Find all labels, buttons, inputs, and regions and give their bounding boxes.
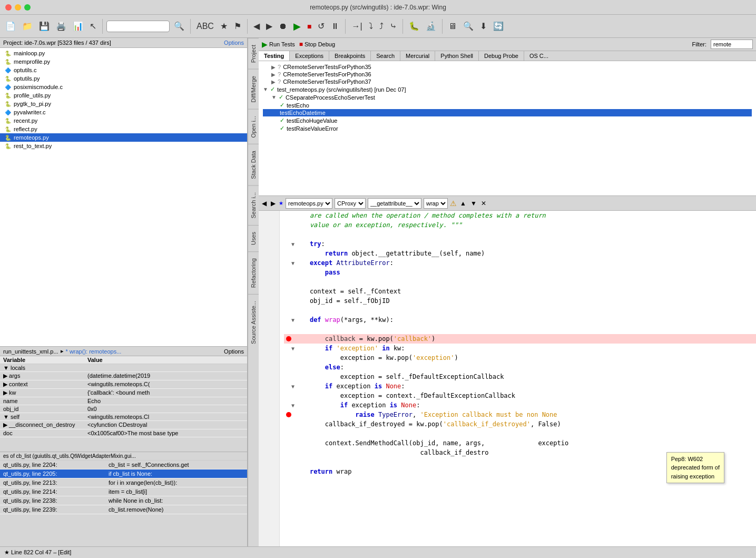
bottom-tab1[interactable]: run_unittests_xml.p... [3,348,58,355]
tab-testing[interactable]: Testing [259,51,290,61]
file-item[interactable]: 🐍remoteops.py [0,133,247,142]
pause-button[interactable]: ⏸ [329,21,341,32]
new-button[interactable]: 📄 [3,20,18,32]
test-item[interactable]: ▼✓test_remoteops.py (src/wingutils/test)… [263,85,752,93]
spell-button[interactable]: ABC [194,21,216,32]
uses-row[interactable]: qt_utils.py, line 2239:cb_list.remove(No… [0,505,247,514]
tab-breakpoints[interactable]: Breakpoints [329,51,371,61]
file-item[interactable]: 🐍recent.py [0,116,247,125]
record-button[interactable]: ⏺ [277,21,289,32]
fold-arrow-icon[interactable]: ▼ [291,240,294,248]
file-select[interactable]: remoteops.py [286,198,332,209]
open-button[interactable]: 📁 [20,20,35,32]
file-item[interactable]: 🔷posixmiscmodule.c [0,83,247,91]
fold-arrow-icon[interactable]: ▼ [291,345,294,353]
debug2-button[interactable]: 🔬 [424,20,438,32]
tab-exceptions[interactable]: Exceptions [290,51,329,61]
test-item[interactable]: ▼✓CSeparateProcessEchoServerTest [263,93,752,101]
file-item[interactable]: 🔷pyvalwriter.c [0,108,247,116]
var-row[interactable]: ▶ kw{'callback': <bound meth [0,389,247,397]
monitor-button[interactable]: 🖥 [446,21,459,32]
var-row[interactable]: ▼ locals [0,364,247,372]
scope-select[interactable]: wrap [424,198,448,209]
code-editor[interactable]: are called when the operation / method c… [259,211,756,546]
debug-button[interactable]: 🐛 [407,20,421,32]
file-item[interactable]: 🐍profile_utils.py [0,91,247,100]
var-row[interactable]: ▶ args(datetime.datetime(2019 [0,372,247,380]
uses-row[interactable]: qt_utils.py, line 2214:item = cb_list[i] [0,487,247,496]
uses-row[interactable]: qt_utils.py, line 2213:for i in xrange(l… [0,478,247,487]
close-button[interactable] [5,4,12,11]
test-item[interactable]: ✓testEchoHugeValue [263,116,752,124]
file-item[interactable]: 🐍mainloop.py [0,49,247,57]
fold-arrow-icon[interactable]: ▼ [291,402,294,409]
vert-tab-project[interactable]: Project [248,38,259,69]
vert-tab-uses[interactable]: Uses [248,225,259,251]
vert-tab-refactoring[interactable]: Refactoring [248,251,259,294]
close-editor-button[interactable]: ✕ [480,200,487,207]
fold-arrow-icon[interactable]: ▼ [291,259,294,267]
save-button[interactable]: 💾 [37,20,52,32]
chart-button[interactable]: 📊 [71,20,85,32]
restart-button[interactable]: ↺ [316,20,327,32]
test-item[interactable]: ✓testEcho [263,101,752,109]
stop-debug-button[interactable]: ■ Stop Debug [299,41,335,48]
forward-button[interactable]: ▶ [264,20,274,32]
tab-debug-probe[interactable]: Debug Probe [479,51,524,61]
test-item[interactable]: testEchoDatetime [263,109,752,116]
bookmark-button[interactable]: ★ [218,20,230,32]
file-item[interactable]: 🐍optutils.py [0,74,247,83]
var-row[interactable]: ▼ self<wingutils.remoteops.Cl [0,413,247,421]
var-row[interactable]: nameEcho [0,397,247,405]
step-in-button[interactable]: ⤵ [367,21,375,32]
print-button[interactable]: 🖨️ [54,20,68,32]
run-tests-button[interactable]: ▶ Run Tests [262,40,295,48]
test-item[interactable]: ✓testRaiseValueError [263,124,752,132]
tab-os[interactable]: OS C... [524,51,554,61]
class-select[interactable]: CProxy [335,198,366,209]
maximize-button[interactable] [24,4,31,11]
var-row[interactable]: doc<0x1005caf00>The most base type [0,429,247,437]
search-btn[interactable]: 🔍 [172,20,186,32]
zoom-button[interactable]: 🔍 [461,20,476,32]
step-out-button[interactable]: ⤴ [377,21,386,32]
func-select[interactable]: __getattribute__ [368,198,421,209]
var-row[interactable]: ▶ __disconnect_on_destroy<cyfunction CDe… [0,421,247,429]
goto-button[interactable]: ⤷ [388,20,399,32]
down-button[interactable]: ⬇ [478,20,489,32]
project-options[interactable]: Options [224,40,244,46]
run-button[interactable]: ▶ [291,19,303,33]
file-item[interactable]: 🐍pygtk_to_pi.py [0,100,247,108]
nav-fwd-button[interactable]: ▶ [270,200,277,207]
bookmark2-button[interactable]: ⚑ [232,20,243,32]
vert-tab-source-assiste...[interactable]: Source Assiste... [248,294,259,350]
file-item[interactable]: 🐍memprofile.py [0,57,247,66]
toolbar-search[interactable] [106,21,170,32]
vert-tab-diff/merge[interactable]: Diff/Merge [248,69,259,109]
bottom-options[interactable]: Options [224,348,244,355]
tab-python-shell[interactable]: Python Shell [435,51,479,61]
tab-mercurial[interactable]: Mercurial [400,51,435,61]
nav-back-button[interactable]: ◀ [261,200,268,207]
file-item[interactable]: 🔷optutils.c [0,66,247,74]
test-item[interactable]: ▶?CRemoteServerTestsForPython36 [263,71,752,78]
uses-row[interactable]: qt_utils.py, line 2204:cb_list = self._f… [0,461,247,469]
var-row[interactable]: obj_id0x0 [0,405,247,413]
vert-tab-open-i...[interactable]: Open i... [248,109,259,144]
fold-arrow-icon[interactable]: ▼ [291,383,294,390]
uses-row[interactable]: qt_utils.py, line 2205:if cb_list is Non… [0,469,247,478]
file-item[interactable]: 🐍rest_to_text.py [0,142,247,150]
step-next-button[interactable]: →| [349,21,364,32]
back-button[interactable]: ◀ [251,20,262,32]
warning-nav-down-button[interactable]: ▼ [469,200,478,207]
uses-row[interactable]: qt_utils.py, line 2238:while None in cb_… [0,496,247,505]
stop-button[interactable]: ■ [305,21,313,32]
fold-arrow-icon[interactable]: ▼ [291,316,294,324]
warning-nav-button[interactable]: ▲ [459,200,467,207]
file-item[interactable]: 🐍reflect.py [0,125,247,133]
test-item[interactable]: ▶?CRemoteServerTestsForPython37 [263,78,752,85]
minimize-button[interactable] [15,4,21,11]
filter-input[interactable] [711,40,753,49]
var-row[interactable]: ▶ context<wingutils.remoteops.C( [0,380,247,389]
vert-tab-search-i...[interactable]: Search i... [248,185,259,225]
